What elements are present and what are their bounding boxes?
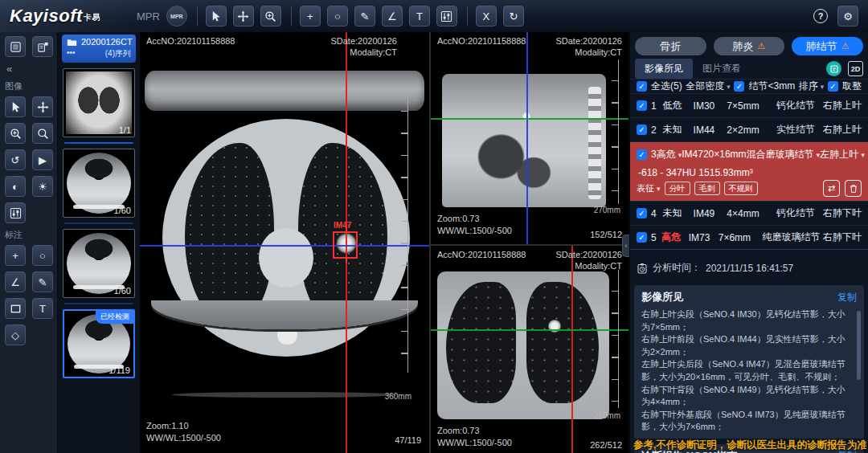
reset-tool-button[interactable]: ↻ (503, 6, 524, 27)
brightness-button[interactable]: ☀ (32, 176, 53, 197)
help-button[interactable]: ? (810, 6, 831, 27)
risk-level-dropdown[interactable]: 高危▾ (657, 148, 682, 161)
checkbox-checked[interactable]: ✓ (637, 208, 647, 218)
report-layout-button[interactable] (32, 36, 53, 57)
pencil-annotate-button[interactable]: ✎ (32, 271, 53, 292)
study-header[interactable]: 20200126CT ••• (4)序列 (62, 35, 136, 63)
ct-coronal-body (437, 271, 609, 419)
checkbox-checked[interactable]: ✓ (637, 124, 647, 135)
crosshair-annotate-button[interactable]: + (5, 245, 26, 266)
nodule-type-dropdown[interactable]: 混合磨玻璃结节▾ (747, 148, 821, 161)
cursor-tool-button[interactable] (5, 96, 26, 117)
series-thumbnail-2[interactable]: 1/60 (63, 149, 135, 218)
zoom-in-button[interactable] (5, 123, 26, 144)
eraser-button[interactable]: ◇ (5, 324, 26, 345)
crosshair-horizontal-green[interactable] (431, 118, 628, 120)
tab-fracture[interactable]: 骨折 (635, 37, 706, 55)
crosshair-horizontal-green[interactable] (431, 329, 628, 331)
series-thumbnail-scout[interactable]: 1/1 (63, 68, 135, 137)
panel-collapse-handle[interactable]: ‹ (622, 235, 629, 257)
nodule-row-2[interactable]: ✓ 2 未知 IM44 2×2mm 实性结节 右肺上叶 (630, 118, 868, 142)
text-annotate-button[interactable]: T (32, 298, 53, 319)
follow-up-button[interactable]: ⇄ (823, 180, 840, 197)
nodule-row-3-selected[interactable]: ✓ 3 高危▾ IM47 20×16mm 混合磨玻璃结节▾ 左肺上叶▾ -618… (630, 142, 868, 202)
findings-scrollbar[interactable] (857, 311, 861, 380)
nodule-row-4[interactable]: ✓ 4 未知 IM49 4×4mm 钙化结节 右肺下叶 (630, 202, 868, 226)
close-icon: X (483, 10, 490, 22)
pan-tool-button[interactable] (233, 6, 254, 27)
cursor-tool-button[interactable] (206, 6, 227, 27)
crosshair-tool-button[interactable]: + (300, 6, 321, 27)
sort-dropdown[interactable]: 排序▾ (799, 80, 825, 93)
checkbox-checked[interactable]: ✓ (637, 81, 647, 92)
series-list-button[interactable] (5, 36, 26, 57)
series-thumbnail-4-selected[interactable]: 已经检测 1/119 (63, 309, 135, 378)
checkbox-checked[interactable]: ✓ (637, 149, 647, 160)
image-number: IM73 (689, 232, 719, 243)
series-panel: 20200126CT ••• (4)序列 1/1 1/60 1/60 已经检测 … (58, 32, 140, 453)
image-number: IM30 (694, 100, 727, 112)
close-tool-button[interactable]: X (476, 6, 497, 27)
crosshair-vertical-red[interactable] (571, 246, 573, 453)
tab-imaging-findings[interactable]: 影像所见 (635, 59, 693, 79)
analysis-time-value: 2021/11/15 16:41:57 (706, 263, 793, 274)
cine-play-button[interactable]: ▶ (32, 149, 53, 170)
checkbox-checked[interactable]: ✓ (637, 232, 647, 243)
density-dropdown[interactable]: 全部密度▾ (686, 80, 731, 93)
copy-findings-button[interactable]: 复制 (837, 291, 857, 304)
checkbox-checked[interactable]: ✓ (734, 81, 744, 92)
signs-dropdown[interactable]: 表征▾ (637, 182, 661, 194)
pencil-icon: ✎ (360, 10, 369, 22)
small-nodule-checkbox[interactable]: ✓结节<3mm (734, 80, 795, 93)
checkbox-checked[interactable]: ✓ (828, 81, 838, 92)
nodule-row-5[interactable]: ✓ 5 高危 IM73 7×6mm 纯磨玻璃结节 右肺下叶 (630, 226, 868, 250)
slice-index: 47/119 (395, 435, 421, 445)
checkbox-checked[interactable]: ✓ (637, 100, 647, 111)
axial-viewport[interactable]: IM47 360mm AccNO:202101158888 SDate:2020… (140, 32, 429, 453)
window-level-button[interactable] (5, 202, 26, 223)
pencil-icon: ✎ (39, 276, 47, 288)
invert-button[interactable]: ◐ (5, 176, 26, 197)
sagittal-viewport[interactable]: 270mm AccNO:202101158888 SDate:20200126 … (431, 32, 628, 244)
sidebar-collapse-button[interactable]: « (6, 63, 52, 75)
accession-number: AccNO:202101158888 (437, 250, 526, 259)
select-all-checkbox[interactable]: ✓全选(5) (637, 80, 682, 93)
rectangle-annotate-button[interactable] (5, 298, 26, 319)
select-all-label: 全选(5) (651, 80, 682, 93)
mpr-mode-button[interactable]: MPR (166, 6, 187, 27)
finding-line: 右肺下叶外基底段（SeNO.4 IM73）见纯磨玻璃结节影，大小为7×6mm； (641, 409, 852, 434)
crosshair-horizontal-blue[interactable] (140, 245, 429, 247)
nodule-row-1[interactable]: ✓ 1 低危 IM30 7×5mm 钙化结节 右肺上叶 (630, 94, 868, 118)
view-tabs: 影像所见 图片查看 2D (630, 59, 868, 80)
magnify-button[interactable] (32, 123, 53, 144)
finding-line: 右肺上叶前段（SeNO.4 IM44）见实性结节影，大小为2×2mm； (641, 333, 852, 358)
nodule-index: 4 (651, 208, 663, 219)
2d-view-button[interactable]: 2D (848, 61, 863, 76)
round-checkbox[interactable]: ✓取整 (828, 80, 862, 93)
crosshair-vertical-blue[interactable] (526, 32, 528, 244)
tab-lung-nodule[interactable]: 肺结节⚠ (792, 37, 863, 55)
text-tool-button[interactable]: T (409, 6, 430, 27)
nodule-location-dropdown[interactable]: 左肺上叶▾ (820, 148, 865, 161)
app-logo-cn: 卡易 (84, 13, 100, 22)
tab-pneumonia[interactable]: 肺炎⚠ (714, 37, 785, 55)
delete-nodule-button[interactable] (845, 180, 862, 197)
settings-button[interactable]: ⚙ (837, 6, 858, 27)
pencil-tool-button[interactable]: ✎ (354, 6, 375, 27)
rotate-button[interactable]: ↺ (5, 149, 26, 170)
tab-image-view[interactable]: 图片查看 (693, 59, 751, 79)
zoom-tool-button[interactable] (260, 6, 281, 27)
angle-tool-button[interactable]: ∠ (382, 6, 403, 27)
pan-tool-button[interactable] (32, 96, 53, 117)
ai-report-button[interactable] (826, 61, 841, 76)
angle-annotate-button[interactable]: ∠ (5, 271, 26, 292)
scanner-table-shadow (172, 392, 397, 398)
window-level-button[interactable] (436, 6, 457, 27)
nodule-roi-box[interactable] (333, 231, 358, 259)
image-tools-label: 图像 (5, 80, 52, 92)
study-more-button[interactable]: ••• (67, 48, 76, 59)
ellipse-tool-button[interactable]: ○ (327, 6, 348, 27)
series-thumbnail-3[interactable]: 1/60 (63, 229, 135, 298)
ellipse-annotate-button[interactable]: ○ (32, 245, 53, 266)
coronal-viewport[interactable]: 270mm AccNO:202101158888 SDate:20200126 … (431, 246, 628, 453)
